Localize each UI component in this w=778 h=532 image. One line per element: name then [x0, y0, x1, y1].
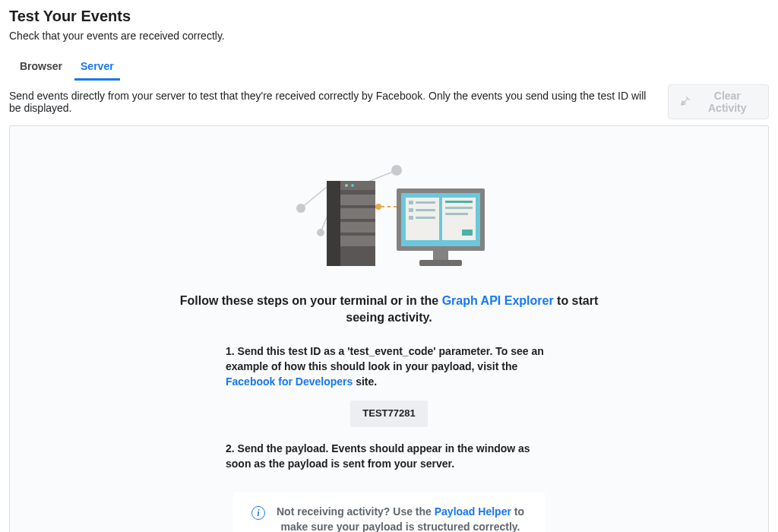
- server-monitor-illustration: [290, 164, 488, 273]
- clear-activity-button[interactable]: Clear Activity: [668, 84, 769, 119]
- svg-point-15: [375, 204, 381, 210]
- payload-helper-info: i Not receiving activity? Use the Payloa…: [233, 492, 545, 532]
- svg-rect-21: [409, 201, 413, 204]
- info-icon: i: [251, 506, 265, 520]
- empty-state-panel: Follow these steps on your terminal or i…: [9, 125, 769, 532]
- svg-rect-25: [409, 216, 413, 220]
- svg-rect-31: [433, 251, 448, 260]
- svg-rect-7: [327, 181, 340, 266]
- step-1: 1. Send this test ID as a 'test_event_co…: [226, 344, 552, 390]
- svg-rect-22: [416, 201, 435, 204]
- broom-icon: [679, 95, 691, 109]
- svg-line-5: [366, 170, 397, 182]
- svg-rect-30: [462, 230, 473, 236]
- graph-api-explorer-link[interactable]: Graph API Explorer: [442, 294, 554, 307]
- svg-rect-27: [445, 201, 473, 203]
- facebook-for-developers-link[interactable]: Facebook for Developers: [226, 375, 353, 388]
- svg-line-3: [301, 187, 327, 208]
- svg-rect-24: [416, 209, 435, 211]
- svg-rect-13: [340, 222, 375, 233]
- test-event-code: TEST77281: [350, 401, 427, 427]
- instructions-headline: Follow these steps on your terminal or i…: [176, 293, 602, 327]
- step-2: 2. Send the payload. Events should appea…: [226, 441, 552, 472]
- tab-server[interactable]: Server: [79, 55, 115, 80]
- svg-rect-11: [340, 195, 375, 205]
- server-tab-description: Send events directly from your server to…: [9, 90, 653, 114]
- tab-browser[interactable]: Browser: [18, 55, 64, 80]
- svg-rect-26: [416, 217, 435, 219]
- clear-activity-label: Clear Activity: [697, 90, 757, 114]
- svg-rect-29: [445, 213, 468, 215]
- svg-rect-12: [340, 208, 375, 219]
- page-subtitle: Check that your events are received corr…: [9, 30, 769, 42]
- tabs: Browser Server: [9, 55, 769, 80]
- payload-helper-link[interactable]: Payload Helper: [435, 505, 511, 518]
- svg-point-9: [345, 184, 348, 187]
- svg-rect-32: [419, 260, 462, 266]
- page-title: Test Your Events: [9, 8, 769, 25]
- svg-rect-14: [340, 236, 375, 246]
- svg-rect-23: [409, 208, 413, 212]
- svg-point-10: [351, 184, 354, 187]
- svg-rect-28: [445, 207, 473, 209]
